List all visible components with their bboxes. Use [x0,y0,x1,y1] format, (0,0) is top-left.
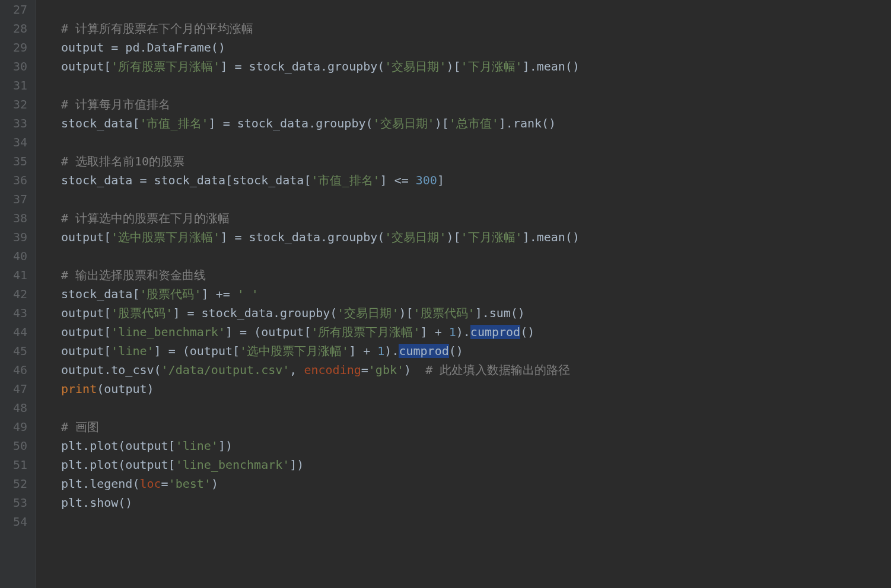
code-token: # 选取排名前10的股票 [61,154,184,168]
code-token: '股票代码' [413,306,475,320]
code-token: # 计算选中的股票在下月的涨幅 [61,211,230,225]
code-line[interactable] [61,512,580,531]
code-line[interactable] [61,247,580,266]
code-token: ].rank() [499,116,556,130]
line-number: 54 [6,512,27,531]
code-line[interactable]: # 计算选中的股票在下月的涨幅 [61,209,580,228]
line-number: 32 [6,95,27,114]
line-number-gutter: 2728293031323334353637383940414243444546… [0,0,36,588]
line-number: 37 [6,190,27,209]
code-line[interactable]: stock_data = stock_data[stock_data['市值_排… [61,171,580,190]
code-editor[interactable]: 2728293031323334353637383940414243444546… [0,0,891,588]
line-number: 45 [6,341,27,360]
code-line[interactable]: output['line_benchmark'] = (output['所有股票… [61,322,580,341]
code-area[interactable]: # 计算所有股票在下个月的平均涨幅output = pd.DataFrame()… [36,0,580,588]
code-line[interactable]: # 选取排名前10的股票 [61,152,580,171]
code-token: plt.legend( [61,477,139,491]
code-token: ] [437,173,444,187]
code-token: '股票代码' [111,306,173,320]
line-number: 35 [6,152,27,171]
code-token: ] = stock_data.groupby( [209,116,373,130]
code-line[interactable]: output['所有股票下月涨幅'] = stock_data.groupby(… [61,57,580,76]
code-token: ] <= [380,173,416,187]
code-token: )[ [446,59,460,74]
code-token: '股票代码' [139,287,201,301]
code-token: output.to_csv( [61,363,161,377]
code-token: cumprod [399,344,448,358]
code-token: ' ' [237,287,259,301]
code-line[interactable]: stock_data['股票代码'] += ' ' [61,285,580,303]
code-token: output = pd.DataFrame() [61,40,225,55]
code-token: ). [456,325,470,339]
code-token: '交易日期' [337,306,399,320]
code-line[interactable]: # 计算所有股票在下个月的平均涨幅 [61,19,580,38]
code-token: # 画图 [61,420,99,434]
code-token: 'line_benchmark' [176,458,290,472]
code-token: plt.show() [61,496,132,510]
code-line[interactable]: output.to_csv('/data/output.csv', encodi… [61,360,580,379]
code-line[interactable]: print(output) [61,379,580,398]
code-token: ]) [289,458,304,472]
code-token: 'line_benchmark' [111,325,225,339]
code-token: '选中股票下月涨幅' [240,344,349,358]
code-token: ] = (output[ [225,325,311,339]
code-token: ] = stock_data.groupby( [173,306,337,320]
code-token: '所有股票下月涨幅' [111,59,220,74]
code-token: , [289,363,304,377]
line-number: 43 [6,303,27,322]
code-token: '选中股票下月涨幅' [111,230,220,244]
line-number: 33 [6,114,27,133]
code-line[interactable] [61,0,580,19]
code-line[interactable]: stock_data['市值_排名'] = stock_data.groupby… [61,114,580,133]
code-line[interactable]: plt.show() [61,493,580,512]
code-token: '交易日期' [373,116,435,130]
code-token: 'gbk' [368,363,404,377]
code-line[interactable] [61,398,580,417]
code-line[interactable]: output = pd.DataFrame() [61,38,580,57]
code-token: stock_data[ [61,287,139,301]
line-number: 27 [6,0,27,19]
code-token: # 计算所有股票在下个月的平均涨幅 [61,21,253,36]
line-number: 41 [6,266,27,285]
line-number: 40 [6,247,27,266]
code-token: print [61,382,97,396]
code-line[interactable]: # 画图 [61,417,580,436]
code-token: output[ [61,230,111,244]
code-line[interactable]: plt.legend(loc='best') [61,474,580,493]
code-token: '市值_排名' [139,116,208,130]
code-line[interactable]: plt.plot(output['line']) [61,436,580,455]
code-token: output[ [61,344,111,358]
code-line[interactable]: # 输出选择股票和资金曲线 [61,266,580,285]
code-token: '交易日期' [384,59,446,74]
code-token: stock_data[ [61,116,139,130]
code-token: plt.plot(output[ [61,439,176,453]
code-token: = [361,363,368,377]
code-token: '所有股票下月涨幅' [311,325,420,339]
line-number: 47 [6,379,27,398]
code-token: plt.plot(output[ [61,458,176,472]
code-line[interactable] [61,76,580,95]
code-line[interactable] [61,133,580,152]
code-token: stock_data = stock_data[stock_data[ [61,173,311,187]
line-number: 52 [6,474,27,493]
code-line[interactable]: output['选中股票下月涨幅'] = stock_data.groupby(… [61,228,580,247]
code-line[interactable] [61,190,580,209]
line-number: 46 [6,360,27,379]
line-number: 38 [6,209,27,228]
code-line[interactable]: output['股票代码'] = stock_data.groupby('交易日… [61,303,580,322]
code-token: encoding [304,363,361,377]
code-token: (output) [97,382,154,396]
line-number: 44 [6,322,27,341]
code-token: ]) [218,439,233,453]
code-token: ].mean() [523,230,580,244]
code-token: '下月涨幅' [461,59,523,74]
code-token: cumprod [470,325,520,339]
line-number: 51 [6,455,27,474]
code-token: '总市值' [449,116,499,130]
code-token: loc [139,477,161,491]
code-line[interactable]: plt.plot(output['line_benchmark']) [61,455,580,474]
code-line[interactable]: output['line'] = (output['选中股票下月涨幅'] + 1… [61,341,580,360]
line-number: 42 [6,285,27,303]
code-token: () [520,325,534,339]
code-line[interactable]: # 计算每月市值排名 [61,95,580,114]
